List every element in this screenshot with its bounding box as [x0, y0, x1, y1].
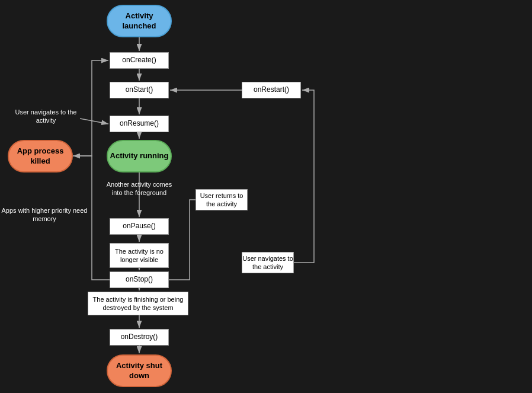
app-process-killed-node: App process killed: [8, 140, 73, 172]
oncreate-label: onCreate(): [122, 56, 156, 65]
svg-line-13: [80, 119, 108, 124]
lifecycle-diagram: Activity launched onCreate() onStart() o…: [0, 0, 532, 393]
activity-launched-node: Activity launched: [107, 5, 172, 37]
apps-higher-priority-label: Apps with higher priority need memory: [0, 206, 89, 223]
activity-shutdown-label: Activity shut down: [108, 361, 171, 381]
onstart-box: onStart(): [110, 82, 169, 98]
user-returns-box: User returns to the activity: [196, 189, 248, 210]
user-navigates-bottom-box: User navigates to the activity: [242, 252, 294, 273]
onrestart-box: onRestart(): [242, 82, 301, 98]
onresume-label: onResume(): [120, 119, 159, 129]
no-longer-visible-label: The activity is no longer visible: [110, 247, 168, 264]
activity-launched-label: Activity launched: [108, 11, 171, 31]
onrestart-label: onRestart(): [254, 85, 289, 95]
oncreate-box: onCreate(): [110, 52, 169, 69]
ondestroy-box: onDestroy(): [110, 329, 169, 346]
no-longer-visible-box: The activity is no longer visible: [110, 243, 169, 268]
onresume-box: onResume(): [110, 116, 169, 132]
finishing-box: The activity is finishing or being destr…: [88, 292, 188, 315]
activity-running-node: Activity running: [107, 140, 172, 172]
app-process-killed-label: App process killed: [9, 146, 72, 167]
another-activity-label: Another activity comes into the foregrou…: [101, 180, 178, 197]
activity-running-label: Activity running: [110, 151, 169, 161]
onstop-box: onStop(): [110, 271, 169, 288]
user-navigates-bottom-label: User navigates to the activity: [242, 254, 293, 271]
onpause-label: onPause(): [123, 222, 155, 231]
onstop-label: onStop(): [126, 275, 153, 285]
onpause-box: onPause(): [110, 218, 169, 235]
finishing-label: The activity is finishing or being destr…: [88, 295, 188, 312]
onstart-label: onStart(): [126, 85, 153, 95]
ondestroy-label: onDestroy(): [121, 333, 158, 342]
activity-shutdown-node: Activity shut down: [107, 354, 172, 387]
user-returns-label: User returns to the activity: [196, 191, 247, 209]
arrows-overlay: [0, 0, 532, 393]
user-navigates-top-label: User navigates to the activity: [12, 108, 80, 125]
